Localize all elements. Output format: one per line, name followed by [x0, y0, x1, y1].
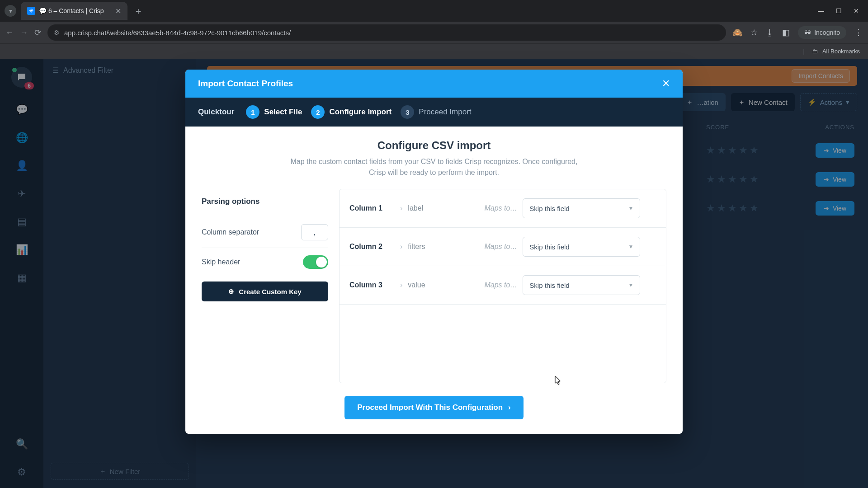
modal-body: Configure CSV import Map the custom cont… [185, 127, 683, 434]
column-name: Column 1 [349, 204, 395, 212]
step-proceed-import: 3 Proceed Import [401, 105, 471, 119]
column-sample: value [408, 281, 471, 289]
window-close-icon[interactable]: ✕ [854, 7, 859, 14]
browser-toolbar: ← → ⟳ ⚙ app.crisp.chat/website/6833ae5b-… [0, 22, 868, 43]
mapsto-label: Maps to… [476, 204, 517, 212]
all-bookmarks-button[interactable]: All Bookmarks [822, 48, 860, 55]
quicktour-link[interactable]: Quicktour [198, 108, 234, 117]
eye-off-icon[interactable]: 🙈 [732, 28, 742, 38]
browser-titlebar: ▾ ✳ 💬 6 – Contacts | Crisp ✕ ＋ — ☐ ✕ [0, 0, 868, 22]
skip-header-toggle[interactable] [303, 255, 328, 269]
incognito-label: Incognito [814, 29, 840, 36]
bookmarks-bar: | 🗀 All Bookmarks [0, 43, 868, 59]
create-custom-key-button[interactable]: ⊕ Create Custom Key [202, 282, 328, 301]
parsing-options: Parsing options Column separator Skip he… [202, 189, 328, 383]
column-mapping-panel: Column 1 › label Maps to… Skip this fiel… [339, 189, 666, 383]
chevron-down-icon: ▼ [628, 205, 633, 211]
separator-label: Column separator [202, 228, 259, 236]
mapping-select[interactable]: Skip this field ▼ [523, 198, 640, 218]
chevron-right-icon: › [400, 243, 402, 251]
body-title: Configure CSV import [202, 139, 666, 152]
column-name: Column 3 [349, 281, 395, 289]
address-url: app.crisp.chat/website/6833ae5b-844d-4c9… [64, 29, 291, 37]
proceed-button[interactable]: Proceed Import With This Configuration › [344, 396, 524, 419]
bookmark-star-icon[interactable]: ☆ [750, 28, 758, 38]
mapping-select[interactable]: Skip this field ▼ [523, 275, 640, 295]
modal-header: Import Contact Profiles ✕ [185, 70, 683, 98]
tab-title: 💬 6 – Contacts | Crisp [39, 7, 112, 14]
column-map-row: Column 1 › label Maps to… Skip this fiel… [340, 189, 666, 228]
modal-close-icon[interactable]: ✕ [662, 78, 670, 89]
chevron-right-icon: › [508, 403, 511, 412]
modal-steps: Quicktour 1 Select File 2 Configure Impo… [185, 98, 683, 127]
modal-overlay[interactable]: Import Contact Profiles ✕ Quicktour 1 Se… [0, 59, 868, 488]
site-settings-icon[interactable]: ⚙ [54, 29, 60, 36]
step-select-file[interactable]: 1 Select File [246, 105, 302, 119]
new-tab-button[interactable]: ＋ [134, 5, 143, 17]
tab-close-icon[interactable]: ✕ [115, 7, 121, 15]
plus-circle-icon: ⊕ [228, 287, 234, 296]
column-map-row: Column 2 › filters Maps to… Skip this fi… [340, 228, 666, 266]
window-maximize-icon[interactable]: ☐ [836, 7, 842, 14]
incognito-badge[interactable]: 🕶 Incognito [798, 26, 846, 39]
column-name: Column 2 [349, 243, 395, 251]
nav-back-icon[interactable]: ← [5, 28, 14, 38]
browser-menu-icon[interactable]: ⋮ [854, 28, 863, 38]
import-modal: Import Contact Profiles ✕ Quicktour 1 Se… [185, 70, 683, 434]
column-sample: filters [408, 243, 471, 251]
window-minimize-icon[interactable]: — [818, 7, 824, 14]
parsing-header: Parsing options [202, 197, 328, 206]
downloads-icon[interactable]: ⭳ [766, 28, 774, 38]
app-viewport: 6 💬 🌐 👤 ✈ ▤ 📊 ▦ 🔍 ⚙ ☰ Advanced Filter ＋ … [0, 59, 868, 488]
tab-search-button[interactable]: ▾ [5, 5, 16, 17]
address-bar[interactable]: ⚙ app.crisp.chat/website/6833ae5b-844d-4… [47, 24, 726, 41]
panel-icon[interactable]: ◧ [782, 28, 790, 38]
skip-header-label: Skip header [202, 258, 240, 266]
column-sample: label [408, 204, 471, 212]
chevron-right-icon: › [400, 204, 402, 212]
modal-title: Import Contact Profiles [198, 79, 293, 89]
mapsto-label: Maps to… [476, 243, 517, 251]
chevron-right-icon: › [400, 281, 402, 289]
body-subtitle: Map the custom contact fields from your … [289, 156, 579, 178]
chevron-down-icon: ▼ [628, 244, 633, 250]
nav-reload-icon[interactable]: ⟳ [34, 28, 41, 38]
nav-forward-icon[interactable]: → [20, 28, 28, 38]
folder-icon: 🗀 [812, 48, 818, 55]
chevron-down-icon: ▼ [628, 282, 633, 288]
browser-tab-active[interactable]: ✳ 💬 6 – Contacts | Crisp ✕ [21, 2, 127, 20]
step-configure-import[interactable]: 2 Configure Import [311, 105, 392, 119]
separator-input[interactable] [301, 224, 328, 240]
incognito-icon: 🕶 [804, 29, 811, 36]
mapping-select[interactable]: Skip this field ▼ [523, 237, 640, 257]
mapsto-label: Maps to… [476, 281, 517, 289]
column-map-row: Column 3 › value Maps to… Skip this fiel… [340, 266, 666, 305]
tab-favicon: ✳ [27, 7, 35, 15]
